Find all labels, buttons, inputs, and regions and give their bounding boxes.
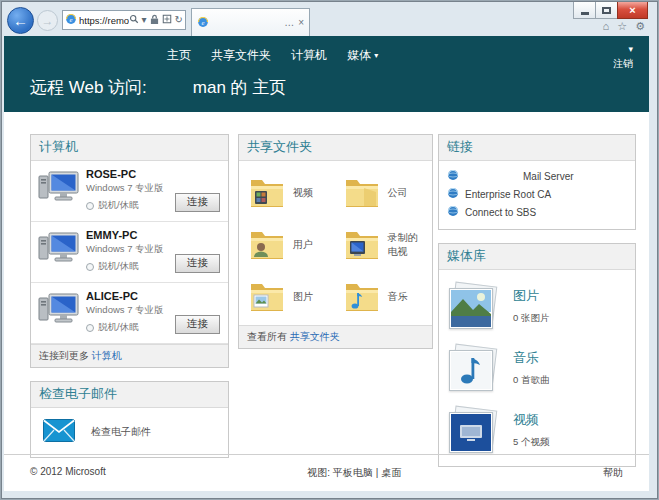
view-tablet-link[interactable]: 平板电脑: [333, 467, 373, 478]
email-envelope-icon: [43, 419, 75, 444]
forward-button[interactable]: →: [37, 10, 58, 31]
shared-folders-section-title: 共享文件夹: [239, 135, 432, 161]
tab-title-ellipsis: …: [284, 17, 294, 28]
link-row-mail-server[interactable]: Mail Server: [439, 167, 635, 185]
connect-button[interactable]: 连接: [175, 315, 220, 334]
signout-link[interactable]: 注销: [613, 57, 633, 71]
music-folder-icon: [344, 280, 380, 314]
media-row-pictures[interactable]: 图片 0 张图片: [439, 276, 635, 338]
check-email-link[interactable]: 检查电子邮件: [91, 425, 151, 439]
help-link[interactable]: 帮助: [603, 466, 623, 480]
tab-close-icon[interactable]: ×: [298, 17, 304, 28]
search-icon[interactable]: [129, 14, 139, 26]
connect-button[interactable]: 连接: [175, 193, 220, 212]
address-bar[interactable]: e https://remote. ▾: [62, 10, 186, 30]
link-label: Connect to SBS: [465, 207, 536, 218]
more-computers-link[interactable]: 计算机: [92, 350, 122, 361]
refresh-icon[interactable]: ↻: [175, 15, 183, 25]
links-section: 链接 Mail Server: [438, 134, 636, 230]
company-folder-icon: [344, 176, 380, 210]
search-dropdown-icon[interactable]: ▾: [142, 15, 147, 25]
browser-tab[interactable]: e … ×: [191, 8, 310, 36]
svg-text:e: e: [70, 16, 73, 23]
media-count: 0 首歌曲: [513, 374, 549, 387]
computer-row-alice[interactable]: ALICE-PC Windows 7 专业版 脱机/休眠 连接: [31, 283, 228, 344]
folder-recorded-tv[interactable]: 录制的电视: [336, 219, 431, 271]
computer-name: ALICE-PC: [86, 290, 164, 302]
minimize-button[interactable]: [573, 2, 596, 19]
media-title[interactable]: 音乐: [513, 349, 549, 367]
maximize-icon: [602, 7, 611, 14]
media-row-videos[interactable]: 视频 5 个视频: [439, 400, 635, 462]
computer-os: Windows 7 专业版: [86, 182, 164, 195]
computer-row-rose[interactable]: ROSE-PC Windows 7 专业版 脱机/休眠 连接: [31, 161, 228, 222]
all-shared-folders-link[interactable]: 共享文件夹: [290, 331, 340, 342]
page-title-prefix: 远程 Web 访问:: [30, 78, 147, 97]
folder-videos[interactable]: 视频: [241, 167, 336, 219]
link-label: Enterprise Root CA: [465, 189, 551, 200]
tools-gear-icon[interactable]: ⚙: [635, 20, 645, 33]
view-all-text: 查看所有: [247, 331, 287, 342]
maximize-button[interactable]: [595, 2, 618, 19]
computer-icon: [37, 290, 81, 334]
copyright-text: © 2012 Microsoft: [30, 466, 106, 480]
computers-section: 计算机: [30, 134, 229, 368]
connect-more-text: 连接到更多: [39, 350, 89, 361]
media-row-music[interactable]: 音乐 0 首歌曲: [439, 338, 635, 400]
computer-status: 脱机/休眠: [98, 199, 139, 212]
url-text[interactable]: https://remote.: [79, 15, 129, 26]
favorites-star-icon[interactable]: ☆: [617, 20, 627, 33]
nav-computers[interactable]: 计算机: [291, 47, 327, 64]
link-row-connect-to-sbs[interactable]: Connect to SBS: [439, 203, 635, 221]
videos-folder-icon: [249, 176, 285, 210]
compatibility-view-icon[interactable]: [162, 14, 172, 26]
view-desktop-link[interactable]: 桌面: [381, 467, 401, 478]
minimize-icon: [581, 12, 589, 15]
media-library-section: 媒体库: [438, 243, 636, 467]
link-row-enterprise-root-ca[interactable]: Enterprise Root CA: [439, 185, 635, 203]
music-library-icon: [449, 346, 497, 392]
connect-button[interactable]: 连接: [175, 254, 220, 273]
svg-text:e: e: [202, 18, 205, 25]
computer-icon: [37, 229, 81, 273]
computer-status: 脱机/休眠: [98, 321, 139, 334]
folder-label: 音乐: [388, 290, 408, 304]
users-folder-icon: [249, 228, 285, 262]
nav-home[interactable]: 主页: [167, 47, 191, 64]
browser-window: ← → e https://remote. ▾: [1, 1, 658, 499]
link-label: Mail Server: [523, 171, 574, 182]
folder-music[interactable]: 音乐: [336, 271, 431, 323]
folder-pictures[interactable]: 图片: [241, 271, 336, 323]
folder-users[interactable]: 用户: [241, 219, 336, 271]
pictures-library-icon: [449, 284, 497, 330]
page-title-user: man 的 主页: [193, 78, 287, 97]
user-menu-chevron-icon[interactable]: ▾: [613, 44, 633, 54]
view-separator: |: [376, 467, 379, 478]
home-icon[interactable]: ⌂: [603, 20, 610, 33]
back-button[interactable]: ←: [7, 7, 34, 34]
media-title[interactable]: 图片: [513, 287, 549, 305]
globe-icon: [447, 169, 459, 183]
computer-row-emmy[interactable]: EMMY-PC Windows 7 专业版 脱机/休眠 连接: [31, 222, 228, 283]
offline-status-icon: [86, 263, 94, 271]
computers-section-title: 计算机: [31, 135, 228, 161]
media-title[interactable]: 视频: [513, 411, 549, 429]
chevron-down-icon: ▾: [374, 51, 378, 60]
folder-label: 公司: [388, 186, 408, 200]
folder-company[interactable]: 公司: [336, 167, 431, 219]
folder-label: 图片: [293, 290, 313, 304]
media-count: 0 张图片: [513, 312, 549, 325]
close-button[interactable]: ×: [617, 2, 648, 19]
folder-label: 用户: [293, 238, 313, 252]
nav-shared-folders[interactable]: 共享文件夹: [211, 47, 271, 64]
tab-ie-icon: e: [197, 16, 209, 30]
computer-os: Windows 7 专业版: [86, 304, 164, 317]
globe-icon: [447, 187, 459, 201]
recorded-tv-folder-icon: [344, 228, 380, 262]
check-email-section-title: 检查电子邮件: [31, 382, 228, 408]
browser-chrome: ← → e https://remote. ▾: [2, 2, 657, 36]
site-header: 主页 共享文件夹 计算机 媒体 ▾ ▾ 注销 远程 Web 访问:man 的 主…: [4, 36, 649, 112]
nav-media[interactable]: 媒体 ▾: [347, 47, 378, 64]
pictures-folder-icon: [249, 280, 285, 314]
folder-label: 视频: [293, 186, 313, 200]
